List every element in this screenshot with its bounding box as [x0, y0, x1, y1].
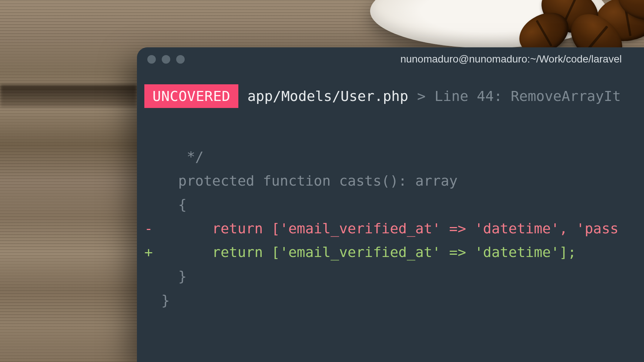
minimize-button[interactable] — [162, 55, 170, 64]
code-line: */ — [144, 149, 204, 165]
chevron-icon: > — [417, 88, 426, 104]
terminal-content: UNCOVERED app/Models/User.php > Line 44:… — [137, 71, 644, 312]
code-line: { — [144, 196, 187, 213]
code-line: } — [144, 268, 187, 284]
diff-block: */ protected function casts(): array { -… — [137, 145, 644, 312]
wood-plank-gap — [0, 85, 137, 107]
window-title: nunomaduro@nunomaduro:~/Work/code/larave… — [185, 53, 634, 65]
mutation-meta: Line 44: RemoveArrayIt — [435, 88, 621, 104]
maximize-button[interactable] — [176, 55, 185, 64]
window-titlebar[interactable]: nunomaduro@nunomaduro:~/Work/code/larave… — [137, 47, 644, 71]
diff-added-line: + return ['email_verified_at' => 'dateti… — [144, 244, 576, 260]
coverage-badge: UNCOVERED — [144, 84, 238, 108]
code-line: protected function casts(): array — [144, 173, 457, 189]
diff-removed-line: - return ['email_verified_at' => 'dateti… — [144, 220, 618, 237]
window-controls — [147, 55, 185, 64]
code-line: } — [144, 292, 170, 308]
terminal-window: nunomaduro@nunomaduro:~/Work/code/larave… — [137, 47, 644, 362]
status-line: UNCOVERED app/Models/User.php > Line 44:… — [137, 84, 644, 108]
close-button[interactable] — [147, 55, 156, 64]
file-path: app/Models/User.php — [247, 88, 408, 104]
